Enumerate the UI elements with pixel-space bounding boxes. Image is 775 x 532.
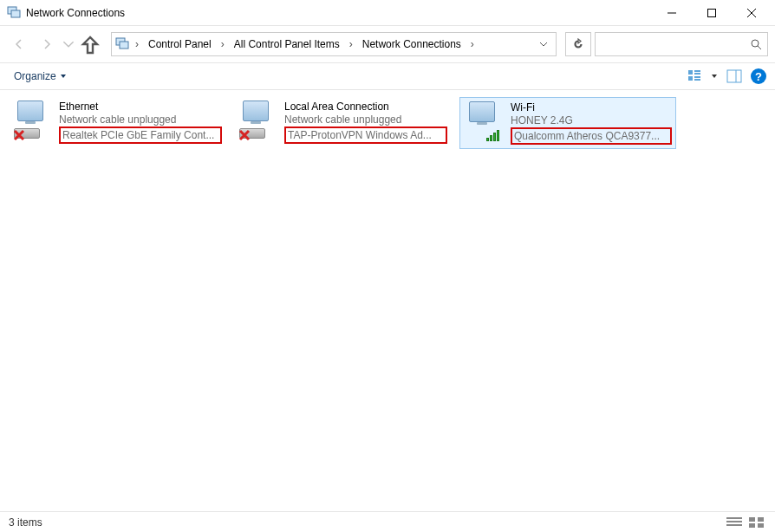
connection-status: HONEY 2.4G (511, 114, 672, 127)
svg-rect-12 (694, 73, 700, 75)
network-adapter-icon (464, 101, 505, 143)
organize-label: Organize (14, 70, 56, 82)
chevron-down-icon[interactable] (711, 73, 718, 80)
svg-rect-16 (727, 70, 741, 82)
back-button[interactable] (7, 32, 31, 56)
connection-adapter: Realtek PCIe GbE Family Cont... (62, 129, 214, 141)
app-icon (7, 6, 21, 20)
svg-rect-23 (749, 523, 755, 528)
chevron-down-icon (60, 73, 67, 80)
svg-rect-21 (749, 517, 755, 522)
breadcrumb-network-connections[interactable]: Network Connections (359, 36, 465, 52)
breadcrumb-all-items[interactable]: All Control Panel Items (231, 36, 343, 52)
signal-strength-icon (486, 130, 499, 141)
connection-adapter: Qualcomm Atheros QCA9377... (514, 130, 660, 142)
svg-rect-20 (726, 524, 742, 526)
adapter-highlight: Qualcomm Atheros QCA9377... (511, 127, 672, 145)
toolbar: Organize ? (0, 62, 775, 90)
connection-name: Ethernet (59, 101, 222, 113)
connection-adapter: TAP-ProtonVPN Windows Ad... (288, 129, 432, 141)
breadcrumb-control-panel[interactable]: Control Panel (145, 36, 215, 52)
svg-rect-11 (694, 70, 700, 72)
preview-pane-button[interactable] (726, 68, 742, 84)
svg-rect-19 (726, 521, 742, 522)
refresh-button[interactable] (565, 32, 591, 56)
item-count: 3 items (9, 516, 42, 529)
location-icon (115, 37, 129, 51)
svg-rect-22 (758, 517, 764, 522)
close-button[interactable] (732, 0, 772, 26)
connection-name: Wi-Fi (511, 101, 672, 114)
navigation-bar: › Control Panel › All Control Panel Item… (0, 26, 775, 62)
forward-button[interactable] (35, 32, 59, 56)
svg-point-8 (752, 40, 759, 47)
svg-rect-18 (726, 517, 742, 519)
adapter-highlight: TAP-ProtonVPN Windows Ad... (284, 127, 447, 144)
maximize-button[interactable] (692, 0, 732, 26)
svg-rect-13 (688, 76, 693, 81)
connection-item-wifi[interactable]: Wi-Fi HONEY 2.4G Qualcomm Atheros QCA937… (459, 97, 676, 149)
details-view-button[interactable] (725, 516, 744, 529)
svg-rect-14 (694, 76, 700, 78)
connection-status: Network cable unplugged (284, 114, 447, 126)
search-icon (750, 38, 762, 50)
chevron-right-icon: › (347, 38, 355, 50)
disconnected-icon (238, 128, 251, 142)
svg-rect-15 (694, 79, 700, 81)
organize-button[interactable]: Organize (9, 68, 72, 84)
svg-rect-7 (120, 42, 128, 49)
disconnected-icon (12, 128, 26, 142)
search-box[interactable] (595, 32, 768, 56)
search-input[interactable] (601, 38, 750, 50)
connection-item-lan[interactable]: Local Area Connection Network cable unpl… (234, 97, 451, 147)
adapter-highlight: Realtek PCIe GbE Family Cont... (59, 127, 222, 144)
svg-line-9 (758, 46, 761, 49)
status-bar: 3 items (0, 511, 775, 532)
content-area: Ethernet Network cable unplugged Realtek… (0, 90, 775, 511)
connection-item-ethernet[interactable]: Ethernet Network cable unplugged Realtek… (9, 97, 225, 147)
svg-rect-24 (758, 523, 764, 528)
chevron-right-icon: › (218, 38, 227, 50)
chevron-right-icon: › (133, 38, 141, 50)
minimize-button[interactable] (652, 0, 692, 26)
address-bar[interactable]: › Control Panel › All Control Panel Item… (111, 32, 557, 56)
help-button[interactable]: ? (751, 68, 766, 84)
window-title: Network Connections (26, 7, 125, 19)
svg-rect-1 (11, 10, 20, 17)
title-bar: Network Connections (0, 0, 775, 26)
chevron-right-icon: › (468, 38, 477, 50)
connection-name: Local Area Connection (284, 101, 447, 113)
svg-rect-3 (708, 9, 716, 16)
connection-status: Network cable unplugged (59, 114, 222, 126)
network-adapter-icon (12, 101, 54, 142)
address-dropdown[interactable] (535, 33, 552, 55)
svg-rect-10 (688, 70, 693, 75)
recent-dropdown[interactable] (62, 32, 75, 56)
large-icons-view-button[interactable] (747, 516, 766, 529)
view-options-button[interactable] (687, 68, 702, 84)
network-adapter-icon (238, 101, 279, 142)
up-button[interactable] (78, 32, 102, 56)
